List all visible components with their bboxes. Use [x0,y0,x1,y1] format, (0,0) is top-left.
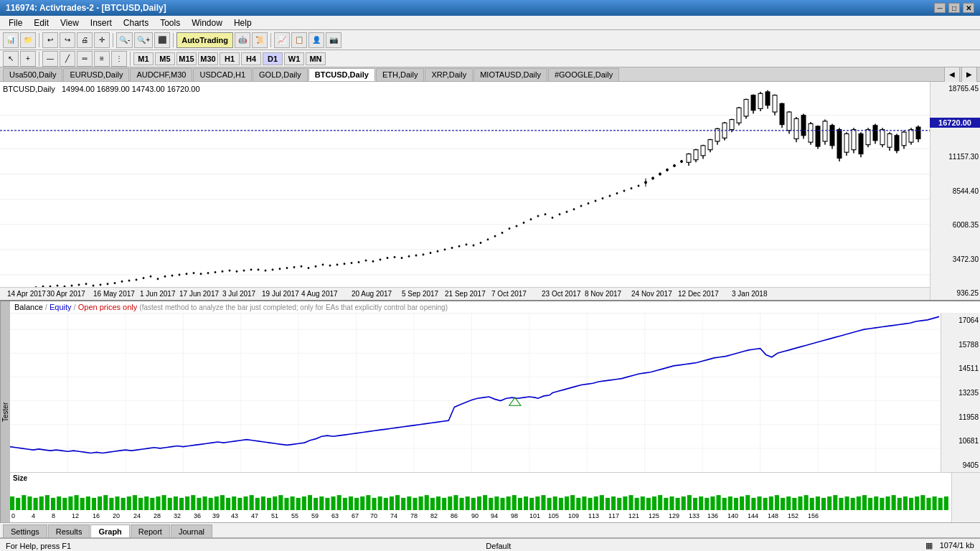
tab-report[interactable]: Report [131,524,170,537]
menu-insert[interactable]: Insert [85,17,118,29]
screenshot-btn[interactable]: 📷 [326,32,341,48]
chart-shift-btn[interactable]: ⬛ [154,32,170,48]
open-btn[interactable]: 📁 [20,32,36,48]
svg-rect-207 [103,495,108,510]
parallel-btn[interactable]: ≡ [94,51,110,67]
tf-sep1 [39,52,39,66]
tf-m30[interactable]: M30 [198,52,218,65]
new-chart-btn[interactable]: 📊 [3,32,19,48]
svg-point-33 [200,273,202,275]
svg-rect-115 [730,120,734,130]
tf-h4[interactable]: H4 [241,52,261,65]
tab-graph[interactable]: Graph [90,524,129,537]
tab-eurusd[interactable]: EURUSD,Daily [63,68,129,81]
chart-symbol-label: BTCUSD,Daily [3,85,55,93]
template-btn[interactable]: 📋 [291,32,307,48]
svg-rect-249 [349,496,353,510]
price-level-1: 18765.45 [932,85,979,93]
autotrading-btn[interactable]: AutoTrading [176,32,233,48]
tf-m5[interactable]: M5 [155,52,175,65]
open-label: Open prices only [78,303,138,311]
tf-m15[interactable]: M15 [176,52,197,65]
menu-edit[interactable]: Edit [28,17,55,29]
svg-rect-105 [694,150,698,160]
svg-rect-145 [837,130,842,159]
tf-w1[interactable]: W1 [284,52,304,65]
tf-m1[interactable]: M1 [133,52,154,65]
tab-usdcad[interactable]: USDCAD,H1 [193,68,252,81]
tab-usa500[interactable]: Usa500,Daily [3,68,62,81]
svg-rect-347 [920,495,925,510]
svg-point-55 [358,261,359,263]
zoom-out-btn[interactable]: 🔍- [116,32,133,48]
undo-btn[interactable]: ↩ [42,32,58,48]
svg-rect-298 [635,498,639,510]
tab-eth[interactable]: ETH,Daily [376,68,425,81]
menu-window[interactable]: Window [186,17,228,29]
profile-btn[interactable]: 👤 [308,32,324,48]
svg-rect-248 [343,498,347,510]
redo-btn[interactable]: ↪ [60,32,75,48]
crosshair-tf-btn[interactable]: + [20,51,36,67]
svg-point-64 [423,254,424,255]
script-btn[interactable]: 📜 [252,32,268,48]
crosshair-btn[interactable]: ✛ [94,32,110,48]
tf-d1[interactable]: D1 [263,52,283,65]
eq-level-5: 11958 [943,413,979,421]
window-controls[interactable]: ─ □ ✕ [934,3,974,13]
svg-rect-228 [226,498,230,510]
hline-btn[interactable]: ═ [77,51,93,67]
svg-rect-229 [232,496,236,510]
svg-rect-149 [852,130,856,150]
indicator-btn[interactable]: 📈 [274,32,290,48]
close-btn[interactable]: ✕ [963,3,974,13]
menu-help[interactable]: Help [228,17,258,29]
menu-tools[interactable]: Tools [154,17,186,29]
menu-charts[interactable]: Charts [118,17,154,29]
trendline-btn[interactable]: ╱ [60,51,75,67]
svg-rect-331 [827,496,831,510]
svg-point-25 [143,277,144,278]
eq-level-3: 14511 [943,364,979,372]
menu-view[interactable]: View [55,17,85,29]
cursor-btn[interactable]: ↖ [3,51,19,67]
tab-xrp[interactable]: XRP,Daily [425,68,473,81]
tab-next[interactable]: ▶ [961,67,977,83]
ea-btn[interactable]: 🤖 [235,32,250,48]
candle-chart-svg [0,82,930,300]
svg-point-29 [171,275,173,276]
svg-rect-137 [809,123,813,142]
svg-rect-155 [873,126,877,141]
maximize-btn[interactable]: □ [948,3,960,13]
tab-results[interactable]: Results [48,524,90,537]
tab-miota[interactable]: MIOTAUSD,Daily [473,68,547,81]
svg-rect-351 [944,496,948,510]
equity-chart-svg [10,314,941,472]
svg-rect-269 [466,496,470,510]
svg-rect-250 [354,498,359,510]
print-btn[interactable]: 🖨 [77,32,93,48]
status-bar: For Help, press F1 Default ▦ 1074/1 kb [0,538,980,551]
minimize-btn[interactable]: ─ [934,3,946,13]
status-right: ▦ 1074/1 kb [925,541,974,550]
svg-point-100 [674,164,676,167]
tab-prev[interactable]: ◀ [944,67,960,83]
zoom-in-btn[interactable]: 🔍+ [134,32,153,48]
svg-rect-216 [156,496,160,510]
svg-rect-275 [500,498,504,510]
svg-rect-310 [705,498,709,510]
tab-btcusd[interactable]: BTCUSD,Daily [308,68,375,81]
tab-gold[interactable]: GOLD,Daily [253,68,308,81]
tf-h1[interactable]: H1 [220,52,240,65]
svg-rect-121 [751,95,755,110]
tab-settings[interactable]: Settings [3,524,47,537]
menu-file[interactable]: File [3,17,28,29]
tab-journal[interactable]: Journal [171,524,212,537]
tab-audchf[interactable]: AUDCHF,M30 [130,68,192,81]
tf-mn[interactable]: MN [306,52,326,65]
svg-rect-309 [699,496,703,510]
line-btn[interactable]: — [42,51,58,67]
fib-btn[interactable]: ⋮ [111,51,127,67]
svg-rect-327 [804,495,809,510]
tab-google[interactable]: #GOOGLE,Daily [548,68,619,81]
